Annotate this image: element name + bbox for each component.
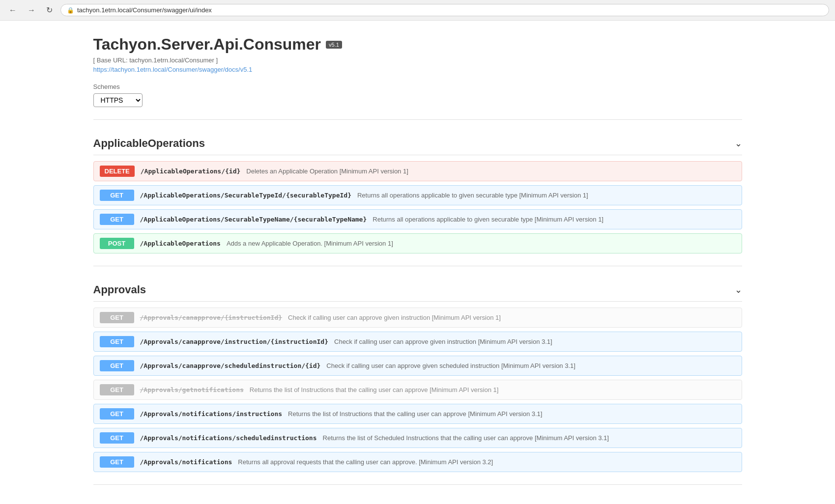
endpoint-path-approvals-6: /Approvals/notifications <box>140 458 232 466</box>
base-url: [ Base URL: tachyon.1etrn.local/Consumer… <box>93 56 742 64</box>
method-badge-approvals-2: GET <box>100 360 134 371</box>
endpoint-desc-applicable-operations-1: Returns all operations applicable to giv… <box>357 192 736 199</box>
endpoint-path-applicable-operations-3: /ApplicableOperations <box>140 240 221 247</box>
refresh-button[interactable]: ↻ <box>43 4 56 16</box>
endpoint-desc-approvals-1: Check if calling user can approve given … <box>334 338 735 345</box>
endpoint-row-approvals-0[interactable]: GET /Approvals/canapprove/{instructionId… <box>93 308 742 328</box>
endpoint-path-approvals-0: /Approvals/canapprove/{instructionId} <box>140 314 283 321</box>
endpoint-row-approvals-1[interactable]: GET /Approvals/canapprove/instruction/{i… <box>93 332 742 352</box>
endpoint-path-approvals-5: /Approvals/notifications/scheduledinstru… <box>140 434 317 442</box>
url-text: tachyon.1etrn.local/Consumer/swagger/ui/… <box>77 6 212 14</box>
endpoint-row-applicable-operations-0[interactable]: DELETE /ApplicableOperations/{id} Delete… <box>93 161 742 181</box>
schemes-label: Schemes <box>93 83 742 90</box>
chevron-applicable-operations: ⌄ <box>735 138 742 149</box>
chevron-approvals: ⌄ <box>735 284 742 295</box>
page-content: Tachyon.Server.Api.Consumer v5.1 [ Base … <box>74 21 762 504</box>
method-badge-applicable-operations-1: GET <box>100 190 134 201</box>
api-title-section: Tachyon.Server.Api.Consumer v5.1 <box>93 35 742 54</box>
lock-icon: 🔒 <box>67 7 74 14</box>
section-header-applicable-operations[interactable]: ApplicableOperations ⌄ <box>93 132 742 155</box>
divider-after-approvals <box>93 484 742 485</box>
endpoint-row-applicable-operations-3[interactable]: POST /ApplicableOperations Adds a new Ap… <box>93 233 742 253</box>
method-badge-approvals-3: GET <box>100 384 134 395</box>
endpoint-row-approvals-2[interactable]: GET /Approvals/canapprove/scheduledinstr… <box>93 356 742 376</box>
endpoint-row-approvals-3[interactable]: GET /Approvals/getnotifications Returns … <box>93 380 742 400</box>
endpoint-row-approvals-5[interactable]: GET /Approvals/notifications/scheduledin… <box>93 428 742 448</box>
method-badge-applicable-operations-0: DELETE <box>100 166 135 177</box>
version-badge: v5.1 <box>326 41 342 49</box>
endpoint-desc-applicable-operations-2: Returns all operations applicable to giv… <box>373 216 735 223</box>
endpoint-row-approvals-4[interactable]: GET /Approvals/notifications/instruction… <box>93 404 742 424</box>
back-button[interactable]: ← <box>6 5 20 16</box>
endpoint-row-applicable-operations-1[interactable]: GET /ApplicableOperations/SecurableTypeI… <box>93 185 742 205</box>
forward-button[interactable]: → <box>25 5 38 16</box>
endpoint-path-approvals-2: /Approvals/canapprove/scheduledinstructi… <box>140 362 321 369</box>
method-badge-approvals-4: GET <box>100 408 134 420</box>
swagger-link[interactable]: https://tachyon.1etrn.local/Consumer/swa… <box>93 66 742 73</box>
endpoint-desc-approvals-3: Returns the list of Instructions that th… <box>250 386 736 393</box>
section-approvals: Approvals ⌄ GET /Approvals/canapprove/{i… <box>93 279 742 472</box>
schemes-select[interactable]: HTTPS HTTP <box>93 93 143 107</box>
method-badge-approvals-5: GET <box>100 432 134 444</box>
method-badge-applicable-operations-2: GET <box>100 214 134 225</box>
endpoint-desc-approvals-0: Check if calling user can approve given … <box>288 314 735 321</box>
endpoint-desc-approvals-5: Returns the list of Scheduled Instructio… <box>323 434 736 442</box>
method-badge-approvals-6: GET <box>100 456 134 468</box>
endpoint-path-applicable-operations-1: /ApplicableOperations/SecurableTypeId/{s… <box>140 192 351 199</box>
endpoint-path-approvals-3: /Approvals/getnotifications <box>140 386 244 393</box>
section-applicable-operations: ApplicableOperations ⌄ DELETE /Applicabl… <box>93 132 742 253</box>
section-header-approvals[interactable]: Approvals ⌄ <box>93 279 742 302</box>
endpoint-path-approvals-4: /Approvals/notifications/instructions <box>140 410 283 418</box>
endpoint-desc-applicable-operations-3: Adds a new Applicable Operation. [Minimu… <box>227 240 736 247</box>
schemes-section: Schemes HTTPS HTTP <box>93 83 742 107</box>
endpoint-row-applicable-operations-2[interactable]: GET /ApplicableOperations/SecurableTypeN… <box>93 209 742 229</box>
endpoint-row-approvals-6[interactable]: GET /Approvals/notifications Returns all… <box>93 452 742 472</box>
sections-container: ApplicableOperations ⌄ DELETE /Applicabl… <box>93 132 742 485</box>
method-badge-approvals-0: GET <box>100 312 134 323</box>
endpoint-desc-approvals-6: Returns all approval requests that the c… <box>238 458 735 466</box>
endpoint-path-applicable-operations-0: /ApplicableOperations/{id} <box>141 168 241 175</box>
section-title-applicable-operations: ApplicableOperations <box>93 137 205 150</box>
method-badge-applicable-operations-3: POST <box>100 238 134 249</box>
method-badge-approvals-1: GET <box>100 336 134 347</box>
divider-after-applicable-operations <box>93 266 742 266</box>
section-title-approvals: Approvals <box>93 283 146 296</box>
endpoint-desc-applicable-operations-0: Deletes an Applicable Operation [Minimum… <box>246 168 735 175</box>
endpoint-path-approvals-1: /Approvals/canapprove/instruction/{instr… <box>140 338 329 345</box>
endpoint-desc-approvals-4: Returns the list of Instructions that th… <box>288 410 735 418</box>
browser-toolbar: ← → ↻ 🔒 tachyon.1etrn.local/Consumer/swa… <box>0 0 835 21</box>
api-title: Tachyon.Server.Api.Consumer <box>93 35 321 54</box>
main-divider <box>93 119 742 120</box>
url-bar[interactable]: 🔒 tachyon.1etrn.local/Consumer/swagger/u… <box>60 4 829 16</box>
endpoint-path-applicable-operations-2: /ApplicableOperations/SecurableTypeName/… <box>140 216 367 223</box>
endpoint-desc-approvals-2: Check if calling user can approve given … <box>326 362 735 369</box>
